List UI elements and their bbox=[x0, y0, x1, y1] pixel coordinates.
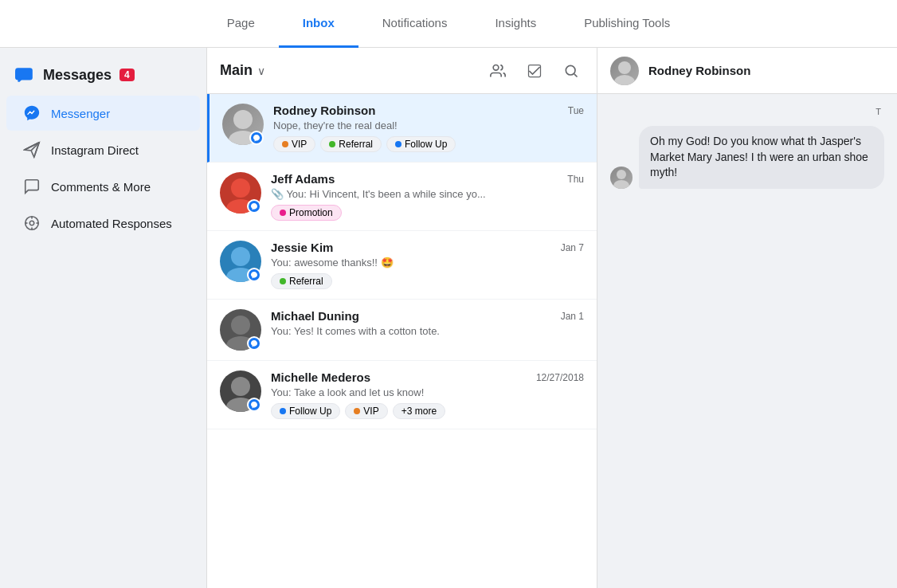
chat-message-row: Oh my God! Do you know what th Jasper's … bbox=[610, 126, 884, 189]
unread-badge: 4 bbox=[119, 69, 135, 81]
tag-vip: VIP bbox=[345, 403, 387, 419]
main-layout: Messages 4 Messenger bbox=[0, 48, 897, 588]
tag-referral: Referral bbox=[271, 273, 332, 289]
msg-top: Jessie Kim Jan 7 bbox=[271, 241, 584, 254]
chat-message-avatar bbox=[610, 167, 633, 189]
msg-top: Michael Duning Jan 1 bbox=[271, 309, 584, 323]
search-icon[interactable] bbox=[558, 58, 584, 84]
chat-contact-name: Rodney Robinson bbox=[648, 64, 750, 77]
tab-page[interactable]: Page bbox=[203, 0, 279, 48]
msg-time: Thu bbox=[567, 174, 584, 185]
chevron-down-icon: ∨ bbox=[257, 65, 265, 77]
checkmark-icon[interactable] bbox=[522, 58, 547, 84]
inbox-panel: Main ∨ bbox=[207, 48, 597, 588]
avatar-wrap bbox=[220, 172, 261, 214]
messenger-label: Messenger bbox=[51, 107, 110, 120]
msg-content: Rodney Robinson Tue Nope, they're the re… bbox=[273, 104, 584, 152]
msg-preview: You: Yes! It comes with a cotton tote. bbox=[271, 325, 584, 337]
table-row[interactable]: Jessie Kim Jan 7 You: awesome thanks!! 🤩… bbox=[207, 231, 597, 300]
svg-point-17 bbox=[231, 178, 250, 198]
top-nav: Page Inbox Notifications Insights Publis… bbox=[0, 0, 897, 48]
inbox-header: Main ∨ bbox=[207, 48, 597, 94]
table-row[interactable]: Michelle Mederos 12/27/2018 You: Take a … bbox=[207, 361, 597, 429]
messenger-badge-icon bbox=[247, 398, 261, 412]
msg-tags: Promotion bbox=[271, 205, 584, 221]
tag-vip: VIP bbox=[273, 136, 315, 152]
msg-name: Michelle Mederos bbox=[271, 370, 370, 384]
msg-content: Jessie Kim Jan 7 You: awesome thanks!! 🤩… bbox=[271, 241, 584, 289]
instagram-label: Instagram Direct bbox=[51, 143, 139, 157]
avatar-wrap bbox=[222, 104, 264, 145]
table-row[interactable]: Michael Duning Jan 1 You: Yes! It comes … bbox=[207, 300, 597, 361]
chat-panel: Rodney Robinson T Oh my God! Do you know… bbox=[597, 48, 897, 588]
people-icon[interactable] bbox=[485, 58, 511, 84]
msg-preview: You: awesome thanks!! 🤩 bbox=[271, 257, 584, 269]
msg-name: Jessie Kim bbox=[271, 241, 333, 254]
svg-point-25 bbox=[618, 61, 631, 74]
sidebar-item-instagram[interactable]: Instagram Direct bbox=[6, 132, 200, 167]
svg-point-19 bbox=[231, 247, 250, 266]
tab-insights[interactable]: Insights bbox=[471, 0, 560, 48]
msg-preview: Nope, they're the real deal! bbox=[273, 120, 584, 131]
comments-icon bbox=[22, 177, 41, 196]
msg-content: Michael Duning Jan 1 You: Yes! It comes … bbox=[271, 309, 584, 342]
nav-tabs: Page Inbox Notifications Insights Publis… bbox=[203, 0, 695, 48]
tag-referral: Referral bbox=[320, 136, 382, 152]
msg-tags: VIP Referral Follow Up bbox=[273, 136, 584, 152]
msg-top: Michelle Mederos 12/27/2018 bbox=[271, 370, 584, 384]
tag-followup: Follow Up bbox=[271, 403, 340, 419]
msg-tags: Referral bbox=[271, 273, 584, 289]
table-row[interactable]: Rodney Robinson Tue Nope, they're the re… bbox=[207, 94, 597, 163]
svg-point-27 bbox=[617, 170, 626, 179]
tab-notifications[interactable]: Notifications bbox=[358, 0, 472, 48]
inbox-title-area[interactable]: Main ∨ bbox=[220, 62, 265, 79]
inbox-actions bbox=[485, 58, 584, 84]
sidebar-item-automated[interactable]: Automated Responses bbox=[6, 206, 200, 241]
msg-tags: Follow Up VIP +3 more bbox=[271, 403, 584, 419]
chat-timestamp: T bbox=[610, 107, 881, 116]
svg-rect-12 bbox=[529, 65, 541, 76]
table-row[interactable]: Jeff Adams Thu 📎 You: Hi Vincent, It's b… bbox=[207, 163, 597, 231]
msg-name: Jeff Adams bbox=[271, 172, 335, 186]
sidebar-item-messenger[interactable]: Messenger bbox=[6, 96, 200, 131]
tab-publishing[interactable]: Publishing Tools bbox=[560, 0, 694, 48]
msg-time: Tue bbox=[568, 105, 584, 116]
chat-header: Rodney Robinson bbox=[597, 48, 897, 94]
svg-line-14 bbox=[574, 73, 578, 76]
chat-body: T Oh my God! Do you know what th Jasper'… bbox=[597, 94, 897, 588]
svg-point-6 bbox=[29, 221, 34, 225]
tag-more: +3 more bbox=[393, 403, 445, 419]
msg-name: Rodney Robinson bbox=[273, 104, 375, 117]
message-list: Rodney Robinson Tue Nope, they're the re… bbox=[207, 94, 597, 588]
messenger-badge-icon bbox=[247, 336, 261, 351]
msg-content: Jeff Adams Thu 📎 You: Hi Vincent, It's b… bbox=[271, 172, 584, 221]
automated-icon bbox=[22, 214, 41, 233]
svg-point-23 bbox=[231, 377, 250, 396]
avatar-wrap bbox=[220, 241, 261, 282]
msg-time: Jan 1 bbox=[561, 311, 584, 322]
svg-point-13 bbox=[566, 65, 575, 75]
sidebar-title: Messages bbox=[43, 67, 112, 84]
svg-point-21 bbox=[231, 316, 250, 335]
msg-preview: You: Take a look and let us know! bbox=[271, 386, 584, 398]
tab-inbox[interactable]: Inbox bbox=[279, 0, 358, 48]
svg-point-15 bbox=[233, 110, 253, 129]
msg-time: 12/27/2018 bbox=[536, 372, 584, 383]
automated-label: Automated Responses bbox=[51, 217, 172, 230]
messenger-badge-icon bbox=[247, 268, 261, 282]
avatar-wrap bbox=[220, 370, 261, 412]
comments-label: Comments & More bbox=[51, 180, 151, 194]
svg-point-11 bbox=[493, 65, 499, 70]
chat-bubble: Oh my God! Do you know what th Jasper's … bbox=[639, 126, 884, 189]
sidebar: Messages 4 Messenger bbox=[0, 48, 207, 588]
msg-name: Michael Duning bbox=[271, 309, 359, 323]
inbox-title: Main bbox=[220, 62, 253, 79]
svg-point-26 bbox=[614, 75, 635, 85]
messages-icon bbox=[13, 64, 35, 86]
tag-followup: Follow Up bbox=[386, 136, 456, 152]
msg-top: Rodney Robinson Tue bbox=[273, 104, 584, 117]
sidebar-item-comments[interactable]: Comments & More bbox=[6, 169, 200, 204]
msg-content: Michelle Mederos 12/27/2018 You: Take a … bbox=[271, 370, 584, 419]
sidebar-header: Messages 4 bbox=[0, 56, 206, 94]
messenger-badge-icon bbox=[249, 131, 264, 145]
